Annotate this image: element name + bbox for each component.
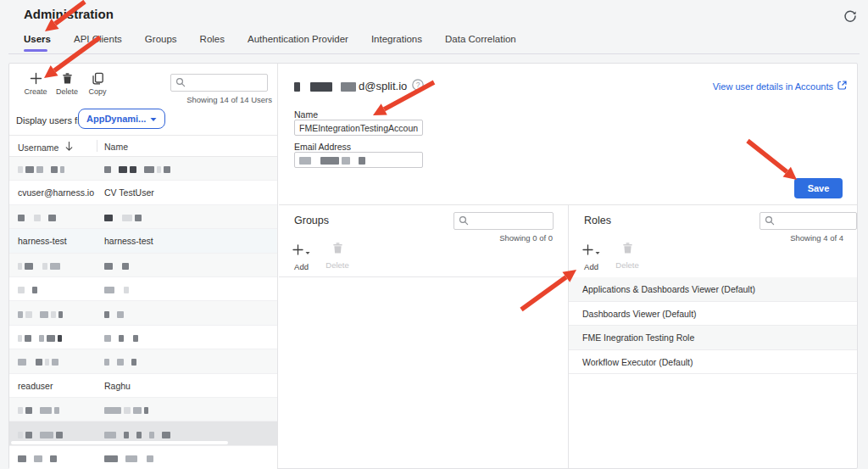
trash-icon-disabled <box>331 243 344 257</box>
display-users-from-value: AppDynami... <box>86 114 146 124</box>
name-field-input[interactable] <box>294 120 423 136</box>
redaction-block <box>58 335 62 342</box>
email-visible-suffix: d@split.io <box>359 80 407 92</box>
role-list-item[interactable]: FME Inegration Testing Role <box>569 326 857 350</box>
redaction-block <box>144 407 148 414</box>
table-row[interactable]: harness-testharness-test <box>9 229 277 253</box>
redaction-block <box>119 335 124 342</box>
tab-users[interactable]: Users <box>24 34 51 52</box>
redaction-block <box>104 407 121 414</box>
username-cell <box>18 164 67 174</box>
redaction-block <box>149 432 154 438</box>
redaction-block <box>104 311 109 318</box>
svg-text:?: ? <box>416 81 420 89</box>
users-table-header: Username Name <box>9 135 277 157</box>
redaction-block <box>130 166 136 173</box>
refresh-icon[interactable] <box>843 8 858 24</box>
users-search-input[interactable] <box>186 78 267 88</box>
horizontal-scrollbar-thumb[interactable] <box>11 441 228 444</box>
redaction-block <box>114 335 116 342</box>
redaction-block <box>359 157 365 165</box>
redaction-block <box>144 432 147 438</box>
redaction-block <box>50 263 60 270</box>
redaction-block <box>48 215 56 221</box>
users-table-body: cvuser@harness.ioCV TestUserharness-test… <box>9 157 277 469</box>
redaction-block <box>58 311 63 318</box>
redaction-block <box>136 432 142 438</box>
table-row[interactable] <box>9 349 277 373</box>
groups-delete-button[interactable]: Delete <box>323 242 352 270</box>
sort-descending-icon <box>65 142 73 153</box>
groups-add-label: Add <box>292 262 310 271</box>
table-row[interactable]: readuserRaghu <box>9 374 277 398</box>
name-column-header[interactable]: Name <box>104 142 128 152</box>
redaction-block <box>104 263 113 270</box>
redaction-block <box>25 166 34 173</box>
tab-data-correlation[interactable]: Data Correlation <box>445 34 516 52</box>
table-row[interactable] <box>9 277 277 301</box>
redaction-block <box>117 287 121 293</box>
redaction-block <box>353 157 356 165</box>
redaction-block <box>18 311 23 318</box>
help-icon[interactable]: ? <box>412 79 424 93</box>
tab-api-clients[interactable]: API Clients <box>74 34 122 52</box>
name-cell <box>104 453 156 463</box>
table-row[interactable] <box>9 157 277 181</box>
table-row[interactable] <box>9 205 277 229</box>
groups-search-input[interactable] <box>469 216 553 226</box>
groups-add-button[interactable]: Add <box>292 243 310 271</box>
username-cell <box>18 212 58 222</box>
redaction-block <box>18 455 26 462</box>
redaction-block <box>32 287 37 293</box>
table-row[interactable] <box>9 254 277 277</box>
tab-integrations[interactable]: Integrations <box>371 34 422 52</box>
name-cell: Raghu <box>104 381 131 391</box>
roles-delete-button[interactable]: Delete <box>613 242 642 270</box>
redaction-block <box>60 166 64 173</box>
redaction-block <box>124 287 129 293</box>
groups-section: Groups Showing 0 of 0 Add Delete <box>279 204 568 468</box>
table-row[interactable] <box>9 422 277 445</box>
copy-user-button[interactable]: Copy <box>85 72 110 96</box>
tab-authentication-provider[interactable]: Authentication Provider <box>248 34 348 52</box>
redaction-block <box>157 432 159 438</box>
redaction-block <box>342 157 350 165</box>
username-column-header[interactable]: Username <box>18 142 73 153</box>
groups-title: Groups <box>294 215 329 226</box>
search-icon <box>459 214 469 229</box>
redaction-block <box>43 215 46 221</box>
create-user-button[interactable]: Create <box>23 72 48 96</box>
view-user-details-link[interactable]: View user details in Accounts <box>713 81 847 92</box>
role-list-item[interactable]: Workflow Executor (Default) <box>569 350 857 375</box>
save-button[interactable]: Save <box>794 178 843 198</box>
redaction-block <box>119 166 127 173</box>
table-row[interactable] <box>9 326 277 349</box>
roles-search-input[interactable] <box>775 216 856 226</box>
table-row[interactable] <box>9 446 277 469</box>
tab-groups[interactable]: Groups <box>145 34 177 52</box>
table-row[interactable] <box>9 301 277 325</box>
redaction-block <box>27 287 30 293</box>
name-cell <box>104 212 144 222</box>
delete-user-button[interactable]: Delete <box>54 72 80 96</box>
display-users-from-dropdown[interactable]: AppDynami... <box>78 109 165 129</box>
redaction-block <box>29 359 33 366</box>
role-list-item[interactable]: Applications & Dashboards Viewer (Defaul… <box>569 277 857 302</box>
redaction-block <box>299 157 311 165</box>
trash-icon <box>54 72 80 85</box>
email-field-label: Email Address <box>294 142 351 152</box>
roles-delete-label: Delete <box>613 260 642 270</box>
tab-roles[interactable]: Roles <box>200 34 225 52</box>
tab-bar-divider <box>8 53 860 54</box>
redaction-block <box>124 432 129 438</box>
email-field-input[interactable] <box>294 152 423 168</box>
redaction-block <box>144 166 154 173</box>
table-row[interactable] <box>9 398 277 422</box>
table-row[interactable]: cvuser@harness.ioCV TestUser <box>9 181 277 204</box>
redaction-block <box>112 359 114 366</box>
roles-add-button[interactable]: Add <box>582 243 600 271</box>
roles-list: Applications & Dashboards Viewer (Defaul… <box>569 277 857 374</box>
caret-down-icon <box>305 243 310 259</box>
role-list-item[interactable]: Dashboards Viewer (Default) <box>569 302 857 327</box>
username-cell <box>18 308 65 318</box>
